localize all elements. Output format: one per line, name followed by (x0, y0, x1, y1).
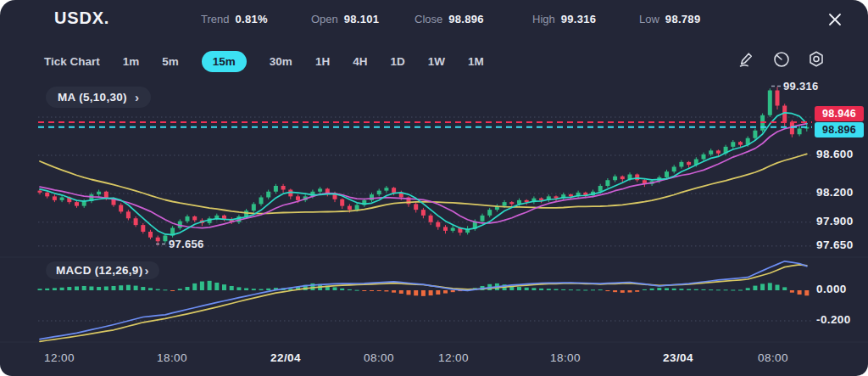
tab-1m[interactable]: 1M (468, 55, 484, 68)
stat-value: 0.81% (235, 13, 267, 25)
stat-close: Close98.896 (415, 13, 484, 25)
settings-icon[interactable] (806, 49, 826, 70)
history-icon[interactable] (771, 49, 792, 70)
stat-label: Open (311, 13, 338, 25)
symbol-title: USDX. (54, 8, 109, 28)
chart-tools (737, 49, 826, 70)
tab-30m[interactable]: 30m (270, 55, 292, 68)
close-icon[interactable] (826, 10, 844, 29)
high-price-annotation: 99.316 (783, 80, 819, 93)
prev-price-badge: 98.946 (815, 106, 864, 121)
edit-icon[interactable] (737, 49, 757, 70)
low-price-annotation: 97.656 (169, 238, 204, 250)
tab-5m[interactable]: 5m (162, 55, 179, 68)
chevron-right-icon (135, 91, 139, 104)
stat-value: 99.316 (561, 13, 597, 25)
stat-low: Low98.789 (639, 13, 700, 25)
macd-indicator-pill[interactable]: MACD (12,26,9) (46, 261, 159, 279)
ma-indicator-pill[interactable]: MA (5,10,30) (46, 87, 151, 108)
stat-label: Close (415, 13, 442, 25)
last-price-badge: 98.896 (815, 122, 864, 137)
tab-1w[interactable]: 1W (428, 55, 445, 68)
stat-value: 98.101 (344, 13, 380, 25)
chart-panel: USDX. Trend0.81% Open98.101 Close98.896 … (0, 0, 868, 376)
stat-label: Low (639, 13, 659, 25)
tab-1m[interactable]: 1m (123, 55, 140, 68)
stat-value: 98.896 (448, 13, 484, 25)
stat-open: Open98.101 (311, 13, 379, 25)
tab-1d[interactable]: 1D (390, 55, 404, 68)
stat-high: High99.316 (532, 13, 596, 25)
chart-area[interactable] (34, 78, 812, 341)
chevron-right-icon (144, 264, 148, 277)
tab-4h[interactable]: 4H (353, 55, 367, 68)
tab-tick-chart[interactable]: Tick Chart (44, 55, 100, 68)
interval-tabs: Tick Chart1m5m15m30m1H4H1D1W1M (44, 48, 484, 75)
stat-label: High (532, 13, 555, 25)
tab-1h[interactable]: 1H (315, 55, 330, 68)
tab-15m[interactable]: 15m (202, 51, 247, 72)
stat-label: Trend (201, 13, 229, 25)
stat-trend: Trend0.81% (201, 13, 268, 25)
ma-indicator-label: MA (5,10,30) (58, 91, 127, 104)
macd-indicator-label: MACD (12,26,9) (56, 264, 142, 277)
stat-value: 98.789 (665, 13, 701, 25)
